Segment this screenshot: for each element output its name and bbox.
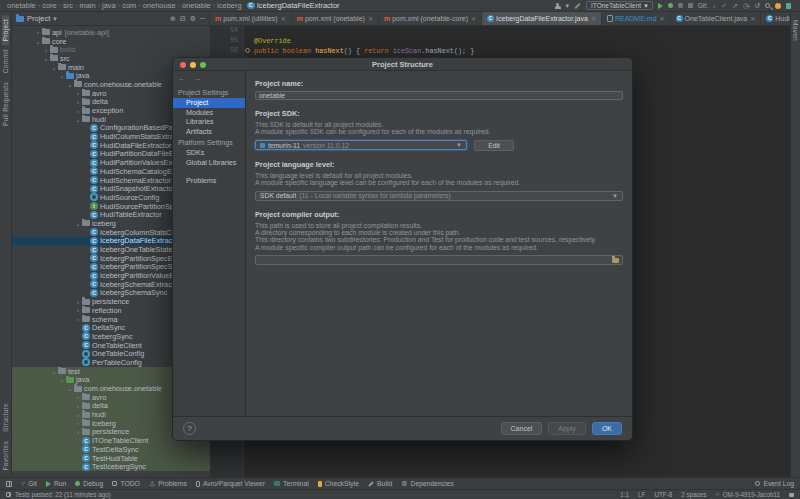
rollback-icon[interactable]: ↺: [754, 2, 760, 9]
zoom-window-button[interactable]: [200, 62, 206, 68]
tab-close-icon[interactable]: ✕: [281, 15, 286, 22]
tool-window-button-viewer[interactable]: Avro/Parquet Viewer: [196, 480, 265, 487]
editor-tab[interactable]: mpom.xml (onetable)✕: [292, 12, 379, 25]
dialog-nav-item-project[interactable]: Project: [173, 98, 245, 108]
tool-window-button-checkstyle[interactable]: CheckStyle: [318, 480, 359, 487]
tool-window-switcher-icon[interactable]: [6, 481, 12, 487]
breadcrumb-item[interactable]: java: [102, 1, 116, 10]
tool-window-button-terminal[interactable]: Terminal: [274, 480, 309, 487]
history-icon[interactable]: ◷: [743, 2, 749, 9]
dialog-nav-item-problems[interactable]: Problems: [173, 176, 245, 186]
git-branch-widget[interactable]: ⑂OM-9-4919-Jacob11: [716, 491, 781, 498]
git-update-icon[interactable]: ↓: [713, 2, 717, 9]
tab-close-icon[interactable]: ✕: [591, 15, 596, 22]
locate-file-icon[interactable]: ⊕: [170, 15, 176, 23]
tool-window-button-todo[interactable]: TODO: [112, 480, 140, 487]
tree-row[interactable]: ›build: [12, 45, 210, 54]
close-window-button[interactable]: [180, 62, 186, 68]
breadcrumb-item[interactable]: iceberg: [217, 1, 242, 10]
stop-button[interactable]: [688, 3, 693, 8]
breadcrumb-item[interactable]: main: [79, 1, 95, 10]
breadcrumb-current[interactable]: IcebergDataFileExtractor: [257, 1, 340, 10]
back-icon[interactable]: ←: [178, 74, 186, 83]
tool-window-project[interactable]: Project: [2, 15, 9, 45]
tool-window-commit[interactable]: Commit: [2, 45, 9, 77]
coverage-button[interactable]: [678, 3, 683, 8]
status-indent-style[interactable]: 2 spaces: [681, 491, 706, 498]
tool-window-button-deps[interactable]: ⚙Dependencies: [401, 480, 454, 487]
tool-window-button-problems[interactable]: ⚠Problems: [149, 480, 187, 487]
tree-expand-icon[interactable]: ›: [74, 108, 82, 114]
tool-window-structure[interactable]: Structure: [2, 399, 9, 436]
language-level-select[interactable]: SDK default (11 - Local variable syntax …: [255, 191, 623, 201]
tree-collapse-icon[interactable]: ⌄: [74, 220, 82, 227]
sdk-select[interactable]: temurin-11 version 11.0.12 ▼: [255, 140, 467, 150]
tab-close-icon[interactable]: ✕: [471, 15, 476, 22]
tree-collapse-icon[interactable]: ⌄: [50, 64, 58, 71]
run-configuration-select[interactable]: ITOneTableClient ▾: [586, 1, 653, 10]
breadcrumb-item[interactable]: src: [63, 1, 73, 10]
run-button[interactable]: [658, 3, 663, 9]
tab-close-icon[interactable]: ✕: [660, 15, 665, 22]
editor-tab[interactable]: CIcebergDataFileExtractor.java✕: [482, 12, 602, 25]
breadcrumb-item[interactable]: onetable: [7, 1, 36, 10]
tree-row[interactable]: CTestHudiTable: [12, 454, 210, 463]
tool-window-button-debug[interactable]: Debug: [75, 480, 103, 487]
settings-gear-icon[interactable]: ⚙: [190, 15, 196, 23]
tree-collapse-icon[interactable]: ⌄: [34, 38, 42, 45]
gradle-reload-icon[interactable]: [775, 3, 781, 9]
project-panel-title[interactable]: Project: [27, 14, 50, 23]
status-message[interactable]: Tests passed: 22 (11 minutes ago): [15, 491, 111, 498]
tree-expand-icon[interactable]: ›: [74, 403, 82, 409]
tree-collapse-icon[interactable]: ⌄: [50, 368, 58, 375]
editor-tab[interactable]: README.md✕: [602, 12, 671, 25]
breadcrumb-item[interactable]: onetable: [182, 1, 211, 10]
dialog-nav-item-libraries[interactable]: Libraries: [173, 117, 245, 127]
tool-window-button-git[interactable]: ⑂Git: [21, 480, 37, 487]
dialog-nav-item-sdks[interactable]: SDKs: [173, 148, 245, 158]
tool-window-button-build[interactable]: Build: [368, 480, 392, 487]
tree-collapse-icon[interactable]: ⌄: [58, 376, 66, 383]
compiler-output-input[interactable]: [255, 255, 623, 265]
tree-expand-icon[interactable]: ›: [74, 299, 82, 305]
breadcrumb-item[interactable]: onehouse: [143, 1, 176, 10]
git-commit-icon[interactable]: ✓: [721, 2, 727, 9]
edit-sdk-button[interactable]: Edit: [474, 140, 514, 151]
tree-collapse-icon[interactable]: ⌄: [66, 385, 74, 392]
status-caret-position[interactable]: 1:1: [620, 491, 629, 498]
tree-row[interactable]: ›api[onetable-api]: [12, 28, 210, 37]
git-push-icon[interactable]: ↗: [732, 2, 738, 9]
collapse-all-icon[interactable]: ⊟: [180, 15, 186, 23]
tab-close-icon[interactable]: ✕: [750, 15, 755, 22]
notifications-icon[interactable]: [786, 3, 791, 9]
tree-collapse-icon[interactable]: ⌄: [58, 72, 66, 79]
tree-expand-icon[interactable]: ›: [74, 90, 82, 96]
editor-tab[interactable]: mpom.xml (utilities)✕: [210, 12, 292, 25]
hide-panel-icon[interactable]: ─: [200, 15, 205, 23]
tree-row[interactable]: ⌄core: [12, 37, 210, 46]
tree-expand-icon[interactable]: ›: [74, 429, 82, 435]
tree-expand-icon[interactable]: ›: [74, 394, 82, 400]
status-grid-icon[interactable]: [6, 492, 11, 497]
editor-code[interactable]: @Overridepublic boolean hasNext() { retu…: [254, 26, 474, 56]
tree-collapse-icon[interactable]: ⌄: [74, 116, 82, 123]
tree-collapse-icon[interactable]: ⌄: [66, 81, 74, 88]
tab-close-icon[interactable]: ✕: [368, 15, 373, 22]
apply-button[interactable]: Apply: [548, 422, 586, 435]
dialog-nav-item-global-libraries[interactable]: Global Libraries: [173, 158, 245, 168]
tree-expand-icon[interactable]: ›: [74, 420, 82, 426]
editor-tab[interactable]: mpom.xml (onetable-core)✕: [379, 12, 482, 25]
project-view-dropdown-icon[interactable]: ▾: [53, 15, 57, 22]
tool-window-maven[interactable]: Maven: [792, 16, 799, 45]
tree-expand-icon[interactable]: ›: [74, 307, 82, 313]
user-dropdown-icon[interactable]: ▾: [566, 2, 570, 9]
project-name-input[interactable]: onetable: [255, 91, 623, 100]
ok-button[interactable]: OK: [592, 422, 622, 435]
tree-row[interactable]: CTestIcebergSync: [12, 462, 210, 471]
status-file-encoding[interactable]: UTF-8: [654, 491, 672, 498]
cancel-button[interactable]: Cancel: [501, 422, 543, 435]
help-button[interactable]: ?: [183, 422, 196, 435]
tree-expand-icon[interactable]: ›: [74, 99, 82, 105]
forward-icon[interactable]: →: [193, 74, 201, 83]
tool-window-pull-requests[interactable]: Pull Requests: [2, 78, 9, 130]
